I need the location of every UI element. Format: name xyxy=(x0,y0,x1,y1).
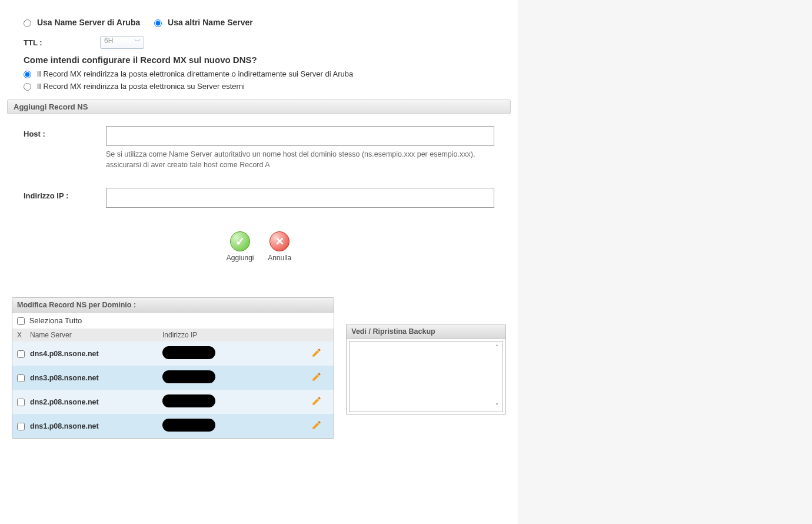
table-row: dns2.p08.nsone.net xyxy=(12,390,334,414)
radio-mx-external-text: II Record MX reindirizza la posta elettr… xyxy=(37,82,245,91)
backup-panel: Vedi / Ripristina Backup ˄ ˅ xyxy=(346,324,506,415)
row-checkbox[interactable] xyxy=(17,374,25,382)
col-header-ns: Name Server xyxy=(30,331,162,339)
mx-options-group: II Record MX reindirizza la posta elettr… xyxy=(24,69,512,91)
host-label: Host : xyxy=(24,126,106,138)
ip-label: Indirizzo IP : xyxy=(24,188,106,200)
select-all-text: Seleziona Tutto xyxy=(29,316,82,325)
edit-icon[interactable] xyxy=(311,372,322,382)
col-header-x: X xyxy=(17,331,30,339)
add-button[interactable]: Aggiungi xyxy=(227,231,254,262)
ns-records-panel: Modifica Record NS per Dominio : Selezio… xyxy=(12,297,334,439)
radio-other-ns-label[interactable]: Usa altri Name Server xyxy=(154,18,253,27)
row-checkbox[interactable] xyxy=(17,350,25,358)
add-ns-section-header: Aggiungi Record NS xyxy=(7,100,511,114)
cancel-icon xyxy=(269,231,289,251)
row-ip xyxy=(162,370,311,385)
radio-mx-aruba-text: II Record MX reindirizza la posta elettr… xyxy=(37,69,354,78)
col-header-ip: Indirizzo IP xyxy=(162,331,311,339)
radio-other-ns[interactable] xyxy=(154,19,162,27)
ttl-select[interactable]: 6H ﹀ xyxy=(100,36,144,49)
edit-icon[interactable] xyxy=(311,420,322,430)
table-row: dns1.p08.nsone.net xyxy=(12,414,334,438)
scroll-down-icon[interactable]: ˅ xyxy=(492,402,501,410)
row-nameserver: dns1.p08.nsone.net xyxy=(30,422,162,430)
radio-other-ns-text: Usa altri Name Server xyxy=(168,18,253,27)
chevron-down-icon: ﹀ xyxy=(134,37,144,47)
ttl-select-value: 6H xyxy=(104,37,113,45)
backup-panel-title: Vedi / Ripristina Backup xyxy=(347,324,505,339)
radio-mx-external[interactable] xyxy=(24,83,31,91)
row-nameserver: dns4.p08.nsone.net xyxy=(30,350,162,358)
edit-icon[interactable] xyxy=(311,347,322,358)
check-icon xyxy=(230,231,250,251)
nameserver-choice-group: Usa Name Server di Aruba Usa altri Name … xyxy=(24,18,512,27)
radio-aruba-ns-label[interactable]: Usa Name Server di Aruba xyxy=(24,18,142,27)
table-row: dns4.p08.nsone.net xyxy=(12,341,334,366)
row-ip xyxy=(162,346,311,361)
ns-panel-title: Modifica Record NS per Dominio : xyxy=(12,298,334,313)
row-checkbox[interactable] xyxy=(17,399,25,406)
radio-mx-aruba-label[interactable]: II Record MX reindirizza la posta elettr… xyxy=(24,69,512,78)
select-all-checkbox[interactable] xyxy=(17,317,25,325)
ttl-label: TTL : xyxy=(24,38,100,47)
host-help-text: Se si utilizza come Name Server autorita… xyxy=(106,150,494,170)
row-nameserver: dns3.p08.nsone.net xyxy=(30,374,162,382)
row-checkbox[interactable] xyxy=(17,423,25,430)
radio-mx-external-label[interactable]: II Record MX reindirizza la posta elettr… xyxy=(24,82,512,91)
cancel-button[interactable]: Annulla xyxy=(268,231,291,262)
ns-table-header: X Name Server Indirizzo IP xyxy=(12,329,334,341)
radio-aruba-ns-text: Usa Name Server di Aruba xyxy=(37,18,140,27)
edit-icon[interactable] xyxy=(311,396,322,406)
backup-listbox[interactable]: ˄ ˅ xyxy=(349,341,503,412)
add-button-label: Aggiungi xyxy=(227,254,254,262)
select-all-label[interactable]: Seleziona Tutto xyxy=(17,316,82,325)
mx-question: Come intendi configurare il Record MX su… xyxy=(24,55,512,65)
ip-input[interactable] xyxy=(106,188,494,208)
radio-aruba-ns[interactable] xyxy=(24,19,31,27)
row-ip xyxy=(162,419,311,433)
host-input[interactable] xyxy=(106,126,494,146)
row-ip xyxy=(162,394,311,409)
table-row: dns3.p08.nsone.net xyxy=(12,366,334,390)
radio-mx-aruba[interactable] xyxy=(24,71,31,78)
scroll-up-icon[interactable]: ˄ xyxy=(492,343,501,351)
row-nameserver: dns2.p08.nsone.net xyxy=(30,398,162,406)
cancel-button-label: Annulla xyxy=(268,254,291,262)
